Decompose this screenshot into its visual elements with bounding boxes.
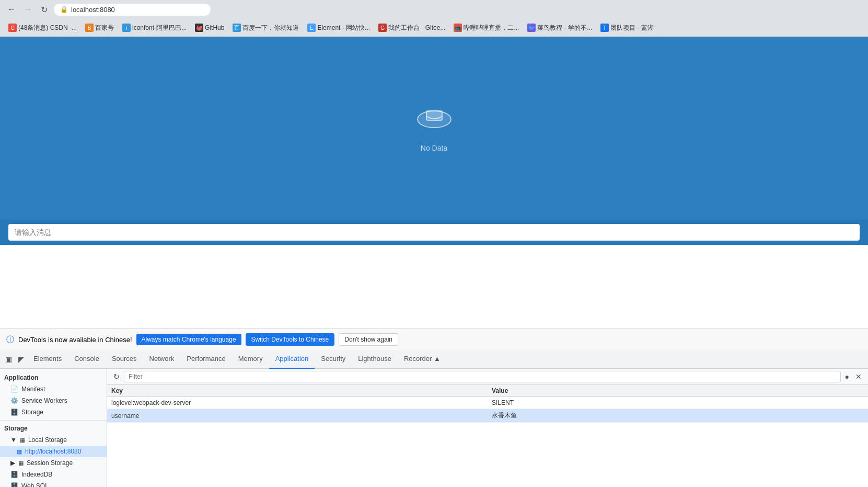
session-storage-label: Session Storage	[27, 459, 73, 467]
storage-table: Key Value loglevel:webpack-dev-serverSIL…	[107, 385, 868, 423]
devtools-tab-sources[interactable]: Sources	[106, 350, 143, 369]
reload-button[interactable]: ↻	[39, 4, 50, 16]
service-workers-label: Service Workers	[21, 397, 67, 404]
devtools-tab-security[interactable]: Security	[315, 350, 352, 369]
bookmark-label: 菜鸟教程 - 学的不...	[537, 24, 592, 32]
expand-local-icon: ▼	[10, 436, 17, 444]
bookmark-label: iconfont-阿里巴巴...	[132, 24, 187, 32]
bookmark-item[interactable]: iiconfont-阿里巴巴...	[119, 22, 190, 34]
bookmark-item[interactable]: G我的工作台 - Gitee...	[375, 22, 448, 34]
no-data-text: No Data	[421, 144, 447, 152]
switch-devtools-button[interactable]: Switch DevTools to Chinese	[246, 333, 335, 346]
forward-button[interactable]: →	[22, 4, 34, 15]
bookmark-item[interactable]: 百百度一下，你就知道	[229, 22, 302, 34]
col-key: Key	[107, 385, 488, 397]
indexeddb-icon: 🗄️	[10, 471, 18, 478]
data-table: Key Value loglevel:webpack-dev-serverSIL…	[107, 385, 868, 487]
bookmark-label: 百度一下，你就知道	[242, 24, 299, 32]
devtools-tab-memory[interactable]: Memory	[232, 350, 269, 369]
devtools-tab-performance[interactable]: Performance	[180, 350, 232, 369]
storage-app-icon: 🗄️	[10, 409, 18, 416]
device-toggle-button[interactable]: ◤	[15, 353, 27, 366]
cell-key: loglevel:webpack-dev-server	[107, 397, 488, 409]
devtools-tab-lighthouse[interactable]: Lighthouse	[352, 350, 398, 369]
bookmarks-bar: C(48条消息) CSDN -...B百家号iiconfont-阿里巴巴...🐙…	[0, 19, 868, 37]
lock-icon: 🔒	[60, 6, 68, 13]
address-bar[interactable]: 🔒 localhost:8080	[54, 4, 211, 16]
main-content: No Data	[0, 37, 868, 220]
storage-section-title: Storage	[0, 423, 107, 434]
bookmark-label: 团队项目 - 蓝湖	[610, 24, 654, 32]
devtools-main: ↻ ● ✕ Key Value loglevel:webpack-dev-ser…	[107, 369, 868, 487]
bookmark-item[interactable]: 🐦菜鸟教程 - 学的不...	[524, 22, 595, 34]
bookmark-label: 百家号	[95, 24, 114, 32]
cell-value: 水香木鱼	[488, 409, 868, 423]
filter-bar: ↻ ● ✕	[107, 369, 868, 385]
divider1	[0, 420, 107, 421]
devtools-tabs: ▣ ◤ ElementsConsoleSourcesNetworkPerform…	[0, 350, 868, 369]
service-workers-icon: ⚙️	[10, 397, 18, 404]
bookmark-item[interactable]: EElement - 网站快...	[304, 22, 373, 34]
sidebar-item-storage-app[interactable]: 🗄️ Storage	[0, 406, 107, 418]
notification-message: DevTools is now available in Chinese!	[18, 336, 132, 344]
tabs-container: ElementsConsoleSourcesNetworkPerformance…	[27, 350, 447, 369]
storage-app-label: Storage	[21, 409, 43, 416]
clear-filter-button[interactable]: ●	[843, 371, 851, 382]
always-match-button[interactable]: Always match Chrome's language	[136, 334, 241, 345]
app-section-title: Application	[0, 372, 107, 383]
chat-input-bar	[0, 220, 868, 245]
indexeddb-label: IndexedDB	[21, 471, 52, 478]
bookmark-item[interactable]: 📺哔哩哔哩直播，二...	[450, 22, 522, 34]
localhost-icon: ▦	[17, 448, 22, 455]
sidebar-item-session-storage[interactable]: ▶ ▦ Session Storage	[0, 457, 107, 469]
url-text: localhost:8080	[71, 6, 115, 14]
cell-value: SILENT	[488, 397, 868, 409]
localhost-label: http://localhost:8080	[25, 448, 81, 455]
expand-session-icon: ▶	[10, 459, 15, 467]
bookmark-label: Element - 网站快...	[317, 24, 370, 32]
devtools-body: Application 📄 Manifest ⚙️ Service Worker…	[0, 369, 868, 487]
bookmark-label: 哔哩哔哩直播，二...	[464, 24, 519, 32]
inspect-element-button[interactable]: ▣	[2, 353, 15, 366]
sidebar-item-manifest[interactable]: 📄 Manifest	[0, 383, 107, 395]
cell-key: username	[107, 409, 488, 423]
sidebar-item-websql[interactable]: 🗄️ Web SQL	[0, 480, 107, 487]
filter-input[interactable]	[124, 371, 841, 382]
bookmark-item[interactable]: T团队项目 - 蓝湖	[597, 22, 657, 34]
chat-input[interactable]	[8, 224, 860, 241]
col-value: Value	[488, 385, 868, 397]
manifest-label: Manifest	[21, 386, 45, 393]
back-button[interactable]: ←	[5, 4, 18, 15]
bookmark-label: (48条消息) CSDN -...	[18, 24, 77, 32]
table-row[interactable]: loglevel:webpack-dev-serverSILENT	[107, 397, 868, 409]
manifest-icon: 📄	[10, 386, 18, 393]
sidebar-item-indexeddb[interactable]: 🗄️ IndexedDB	[0, 469, 107, 480]
browser-chrome: ← → ↻ 🔒 localhost:8080 C(48条消息) CSDN -..…	[0, 0, 868, 37]
bookmark-item[interactable]: C(48条消息) CSDN -...	[5, 22, 80, 34]
devtools-tab-elements[interactable]: Elements	[27, 350, 68, 369]
sidebar-item-service-workers[interactable]: ⚙️ Service Workers	[0, 395, 107, 406]
bookmark-label: 我的工作台 - Gitee...	[388, 24, 445, 32]
no-data-icon	[416, 105, 453, 140]
local-storage-icon: ▦	[20, 437, 25, 444]
browser-toolbar: ← → ↻ 🔒 localhost:8080	[0, 0, 868, 19]
local-storage-label: Local Storage	[28, 436, 67, 444]
close-filter-button[interactable]: ✕	[853, 371, 864, 382]
dont-show-button[interactable]: Don't show again	[339, 333, 398, 346]
websql-label: Web SQL	[21, 482, 49, 487]
info-icon: ⓘ	[6, 335, 14, 345]
websql-icon: 🗄️	[10, 482, 18, 487]
devtools-sidebar: Application 📄 Manifest ⚙️ Service Worker…	[0, 369, 107, 487]
sidebar-item-local-storage[interactable]: ▼ ▦ Local Storage	[0, 434, 107, 446]
refresh-filter-button[interactable]: ↻	[111, 371, 122, 382]
bookmark-item[interactable]: B百家号	[82, 22, 117, 34]
white-area	[0, 245, 868, 329]
devtools-tab-application[interactable]: Application	[269, 350, 315, 369]
bookmark-item[interactable]: 🐙GitHub	[192, 22, 227, 33]
sidebar-item-localhost[interactable]: ▦ http://localhost:8080	[0, 446, 107, 457]
devtools-tab-console[interactable]: Console	[68, 350, 106, 369]
devtools-tab-network[interactable]: Network	[143, 350, 181, 369]
devtools-tab-recorder-▲[interactable]: Recorder ▲	[398, 350, 447, 369]
table-row[interactable]: username水香木鱼	[107, 409, 868, 423]
devtools-notification: ⓘ DevTools is now available in Chinese! …	[0, 329, 868, 350]
